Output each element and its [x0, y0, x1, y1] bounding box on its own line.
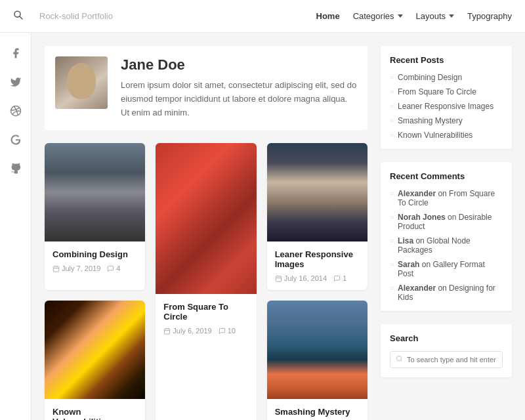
post-card-combining-design[interactable]: Combining Design July 7, 2019 4 [45, 143, 145, 290]
post-card-body: From Square To Circle July 6, 2019 10 [156, 294, 256, 343]
comment-icon [333, 275, 341, 282]
author-avatar-image [55, 56, 108, 109]
author-section: Jane Doe Lorem ipsum dolor sit amet, con… [45, 46, 368, 130]
post-title: From Square To Circle [163, 302, 248, 322]
nav-home[interactable]: Home [316, 11, 340, 21]
author-name: Jane Doe [121, 56, 357, 74]
calendar-icon [163, 327, 171, 335]
search-button[interactable] [13, 10, 24, 23]
recent-comments-title: Recent Comments [390, 171, 503, 181]
top-navigation: Rock-solid Portfolio Home Categories Lay… [0, 0, 525, 33]
list-item: Leaner Responsive Images [390, 102, 503, 111]
content-area: Jane Doe Lorem ipsum dolor sit amet, con… [45, 46, 368, 420]
comment-icon [107, 265, 114, 272]
recent-comments-list: Alexander on From Square To Circle Norah… [390, 189, 503, 302]
list-item: Smashing Mystery [390, 116, 503, 125]
github-icon[interactable] [9, 161, 23, 176]
google-icon[interactable] [9, 133, 23, 147]
post-date: July 6, 2019 [163, 327, 211, 335]
post-card-smashing-mystery[interactable]: Smashing Mystery June 23, 2014 0 [267, 301, 368, 420]
comment-text: Alexander on From Square To Circle [398, 189, 503, 207]
comment-text: Norah Jones on Desirable Product [398, 213, 503, 231]
svg-line-1 [20, 16, 22, 19]
right-sidebar: Recent Posts Combining Design From Squar… [381, 46, 512, 420]
post-card-square-circle[interactable]: From Square To Circle July 6, 2019 10 [156, 143, 256, 420]
facebook-icon[interactable] [9, 46, 23, 60]
posts-grid: Combining Design July 7, 2019 4 [45, 143, 368, 420]
post-card-body: Combining Design July 7, 2019 4 [45, 242, 145, 280]
recent-post-link[interactable]: Smashing Mystery [398, 116, 463, 125]
recent-posts-title: Recent Posts [390, 55, 503, 65]
nav-categories[interactable]: Categories [353, 11, 403, 21]
main-wrapper: Jane Doe Lorem ipsum dolor sit amet, con… [32, 33, 525, 420]
list-item: Alexander on Designing for Kids [390, 284, 503, 302]
post-card-leaner-images[interactable]: Leaner Responsive Images July 16, 2014 1 [267, 143, 368, 290]
search-icon [396, 355, 403, 364]
post-meta: July 16, 2014 1 [275, 274, 360, 282]
nav-layouts[interactable]: Layouts [416, 11, 455, 21]
post-card-known-vulnerabilities[interactable]: Known Vulnerabilities June 14, 2014 2 [45, 301, 145, 420]
post-date: July 7, 2019 [52, 264, 100, 272]
svg-rect-11 [276, 276, 281, 282]
post-meta: July 6, 2019 10 [163, 327, 248, 335]
list-item: Known Vulnerabilities [390, 131, 503, 140]
svg-rect-7 [165, 329, 170, 334]
author-avatar [55, 56, 108, 109]
svg-rect-3 [53, 266, 58, 272]
calendar-icon [275, 275, 282, 282]
post-image-concert [45, 301, 145, 399]
comment-icon [219, 327, 226, 335]
post-card-body: Known Vulnerabilities June 14, 2014 2 [45, 399, 145, 420]
list-item: Alexander on From Square To Circle [390, 189, 503, 207]
dribbble-icon[interactable] [9, 104, 23, 118]
site-title: Rock-solid Portfolio [39, 11, 316, 21]
recent-posts-list: Combining Design From Square To Circle L… [390, 73, 503, 140]
list-item: Norah Jones on Desirable Product [390, 213, 503, 231]
list-item: Sarah on Gallery Format Post [390, 260, 503, 278]
search-input[interactable] [407, 356, 497, 364]
post-comments: 1 [333, 274, 346, 282]
post-title: Smashing Mystery [275, 407, 360, 417]
search-widget: Search [381, 324, 512, 377]
author-info: Jane Doe Lorem ipsum dolor sit amet, con… [121, 56, 357, 119]
post-image-eyes [267, 143, 368, 242]
post-date: July 16, 2014 [275, 274, 327, 282]
recent-comments-widget: Recent Comments Alexander on From Square… [381, 162, 512, 311]
chevron-down-icon [398, 14, 403, 18]
post-title: Known Vulnerabilities [52, 407, 137, 420]
comment-text: Lisa on Global Node Packages [398, 236, 503, 255]
post-image-railway [45, 143, 145, 242]
chevron-down-icon [449, 14, 454, 18]
recent-post-link[interactable]: Known Vulnerabilities [398, 131, 472, 140]
left-sidebar [0, 33, 32, 420]
post-image-strawberry [156, 143, 256, 294]
recent-post-link[interactable]: Leaner Responsive Images [398, 102, 494, 111]
twitter-icon[interactable] [9, 75, 23, 89]
comment-text: Sarah on Gallery Format Post [398, 260, 503, 278]
post-card-body: Smashing Mystery June 23, 2014 0 [267, 399, 368, 420]
recent-post-link[interactable]: From Square To Circle [398, 87, 476, 96]
list-item: From Square To Circle [390, 87, 503, 96]
svg-point-23 [396, 356, 401, 360]
list-item: Lisa on Global Node Packages [390, 236, 503, 255]
post-meta: July 7, 2019 4 [52, 264, 137, 272]
post-comments: 4 [107, 264, 120, 272]
calendar-icon [52, 265, 60, 272]
post-card-body: Leaner Responsive Images July 16, 2014 1 [267, 242, 368, 290]
search-input-wrap [390, 351, 503, 368]
author-bio: Lorem ipsum dolor sit amet, consectetur … [121, 79, 357, 119]
comment-text: Alexander on Designing for Kids [398, 284, 503, 302]
post-comments: 10 [219, 327, 236, 335]
search-title: Search [390, 333, 503, 343]
nav-typography[interactable]: Typography [467, 11, 512, 21]
post-title: Combining Design [52, 249, 137, 259]
recent-post-link[interactable]: Combining Design [398, 73, 462, 82]
svg-line-24 [401, 360, 402, 362]
list-item: Combining Design [390, 73, 503, 82]
post-image-canoe [267, 301, 368, 399]
recent-posts-widget: Recent Posts Combining Design From Squar… [381, 46, 512, 149]
nav-links: Home Categories Layouts Typography [316, 11, 512, 21]
post-title: Leaner Responsive Images [275, 249, 360, 269]
